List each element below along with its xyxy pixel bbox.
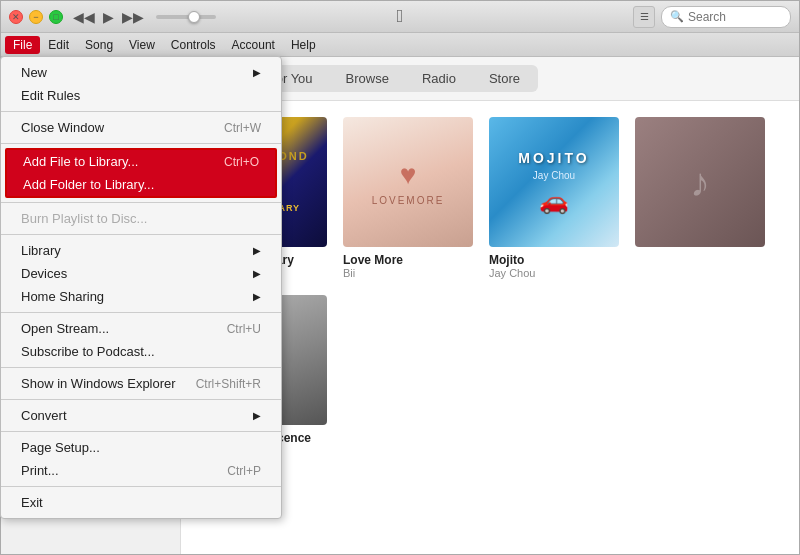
- menu-item-devices[interactable]: Devices ▶: [1, 262, 281, 285]
- menu-item-convert-label: Convert: [21, 408, 67, 423]
- highlighted-group: Add File to Library... Ctrl+O Add Folder…: [5, 148, 277, 198]
- separator-8: [1, 431, 281, 432]
- menu-item-show-explorer[interactable]: Show in Windows Explorer Ctrl+Shift+R: [1, 372, 281, 395]
- menu-controls[interactable]: Controls: [163, 36, 224, 54]
- transport-controls: ◀◀ ▶ ▶▶: [73, 9, 216, 25]
- sidebar-toggle-button[interactable]: ☰: [633, 6, 655, 28]
- menu-item-edit-rules[interactable]: Edit Rules: [1, 84, 281, 107]
- title-bar: ✕ − □ ◀◀ ▶ ▶▶  ☰ 🔍: [1, 1, 799, 33]
- play-button[interactable]: ▶: [103, 9, 114, 25]
- menu-edit[interactable]: Edit: [40, 36, 77, 54]
- menu-item-add-folder[interactable]: Add Folder to Library...: [7, 173, 275, 196]
- menu-item-convert-arrow: ▶: [253, 410, 261, 421]
- menu-item-add-file[interactable]: Add File to Library... Ctrl+O: [7, 150, 275, 173]
- menu-account[interactable]: Account: [224, 36, 283, 54]
- album-artist-mojito: Jay Chou: [489, 267, 619, 279]
- menu-item-library-label: Library: [21, 243, 61, 258]
- separator-3: [1, 202, 281, 203]
- menu-item-home-sharing[interactable]: Home Sharing ▶: [1, 285, 281, 308]
- menu-item-devices-arrow: ▶: [253, 268, 261, 279]
- menu-item-close-window-label: Close Window: [21, 120, 104, 135]
- itunes-window: ✕ − □ ◀◀ ▶ ▶▶  ☰ 🔍 File Edit Song View …: [0, 0, 800, 555]
- menu-item-subscribe-label: Subscribe to Podcast...: [21, 344, 155, 359]
- search-input[interactable]: [688, 10, 782, 24]
- close-button[interactable]: ✕: [9, 10, 23, 24]
- separator-2: [1, 143, 281, 144]
- menu-item-close-window-shortcut: Ctrl+W: [224, 121, 261, 135]
- menu-item-page-setup-label: Page Setup...: [21, 440, 100, 455]
- menu-view[interactable]: View: [121, 36, 163, 54]
- menu-item-library-arrow: ▶: [253, 245, 261, 256]
- menu-item-print-shortcut: Ctrl+P: [227, 464, 261, 478]
- file-dropdown-menu: New ▶ Edit Rules Close Window Ctrl+W Add…: [0, 56, 282, 519]
- menu-item-exit[interactable]: Exit: [1, 491, 281, 514]
- menu-item-add-file-shortcut: Ctrl+O: [224, 155, 259, 169]
- separator-1: [1, 111, 281, 112]
- menu-item-show-explorer-label: Show in Windows Explorer: [21, 376, 176, 391]
- menu-help[interactable]: Help: [283, 36, 324, 54]
- menu-item-convert[interactable]: Convert ▶: [1, 404, 281, 427]
- album-grid: JAMES BOND 30 ANNIVERSARY 30th Anniversa…: [197, 117, 783, 457]
- menu-item-new[interactable]: New ▶: [1, 61, 281, 84]
- album-art-mojito: MOJITO Jay Chou 🚗: [489, 117, 619, 247]
- window-controls: ✕ − □: [9, 10, 63, 24]
- menu-item-show-explorer-shortcut: Ctrl+Shift+R: [196, 377, 261, 391]
- back-button[interactable]: ◀◀: [73, 9, 95, 25]
- apple-logo: : [397, 6, 404, 27]
- menu-item-exit-label: Exit: [21, 495, 43, 510]
- menu-bar: File Edit Song View Controls Account Hel…: [1, 33, 799, 57]
- volume-slider[interactable]: [156, 15, 216, 19]
- album-art-lovemore: ♥ LOVEMORE: [343, 117, 473, 247]
- volume-thumb: [188, 11, 200, 23]
- menu-item-close-window[interactable]: Close Window Ctrl+W: [1, 116, 281, 139]
- menu-item-add-folder-label: Add Folder to Library...: [23, 177, 154, 192]
- menu-item-library[interactable]: Library ▶: [1, 239, 281, 262]
- tab-radio[interactable]: Radio: [406, 67, 472, 90]
- separator-4: [1, 234, 281, 235]
- menu-item-home-sharing-label: Home Sharing: [21, 289, 104, 304]
- separator-5: [1, 312, 281, 313]
- menu-item-edit-rules-label: Edit Rules: [21, 88, 80, 103]
- menu-item-home-sharing-arrow: ▶: [253, 291, 261, 302]
- search-icon: 🔍: [670, 10, 684, 23]
- menu-item-print[interactable]: Print... Ctrl+P: [1, 459, 281, 482]
- album-artist-lovemore: Bii: [343, 267, 473, 279]
- album-art-unknown: ♪: [635, 117, 765, 247]
- album-card-mojito[interactable]: MOJITO Jay Chou 🚗 Mojito Jay Chou: [489, 117, 619, 279]
- minimize-button[interactable]: −: [29, 10, 43, 24]
- menu-item-subscribe[interactable]: Subscribe to Podcast...: [1, 340, 281, 363]
- menu-item-new-label: New: [21, 65, 47, 80]
- menu-item-add-file-label: Add File to Library...: [23, 154, 138, 169]
- menu-item-devices-label: Devices: [21, 266, 67, 281]
- title-bar-right: ☰ 🔍: [633, 6, 791, 28]
- separator-9: [1, 486, 281, 487]
- menu-song[interactable]: Song: [77, 36, 121, 54]
- separator-7: [1, 399, 281, 400]
- tab-store[interactable]: Store: [473, 67, 536, 90]
- album-title-mojito: Mojito: [489, 253, 619, 267]
- menu-item-open-stream-shortcut: Ctrl+U: [227, 322, 261, 336]
- separator-6: [1, 367, 281, 368]
- search-box[interactable]: 🔍: [661, 6, 791, 28]
- menu-item-new-arrow: ▶: [253, 67, 261, 78]
- menu-item-open-stream[interactable]: Open Stream... Ctrl+U: [1, 317, 281, 340]
- menu-item-burn: Burn Playlist to Disc...: [1, 207, 281, 230]
- forward-button[interactable]: ▶▶: [122, 9, 144, 25]
- menu-item-page-setup[interactable]: Page Setup...: [1, 436, 281, 459]
- album-title-lovemore: Love More: [343, 253, 473, 267]
- album-card-unknown[interactable]: ♪: [635, 117, 765, 279]
- maximize-button[interactable]: □: [49, 10, 63, 24]
- menu-item-print-label: Print...: [21, 463, 59, 478]
- file-dropdown-overlay: New ▶ Edit Rules Close Window Ctrl+W Add…: [0, 56, 282, 519]
- menu-file[interactable]: File: [5, 36, 40, 54]
- tab-browse[interactable]: Browse: [330, 67, 405, 90]
- menu-item-burn-label: Burn Playlist to Disc...: [21, 211, 147, 226]
- album-card-lovemore[interactable]: ♥ LOVEMORE Love More Bii: [343, 117, 473, 279]
- menu-item-open-stream-label: Open Stream...: [21, 321, 109, 336]
